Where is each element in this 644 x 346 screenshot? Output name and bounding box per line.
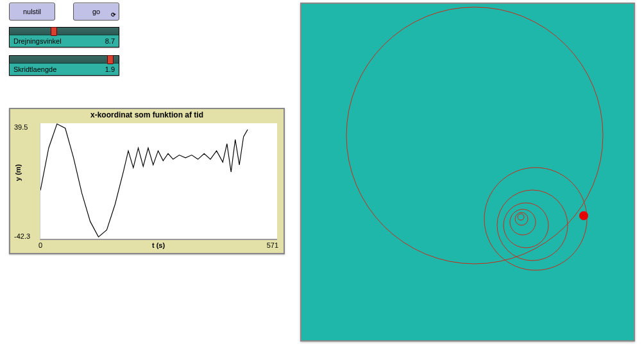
x-axis-row: 0 t (s) 571 xyxy=(38,241,278,249)
plot-title: x-koordinat som funktion af tid xyxy=(10,109,284,121)
trail-circle-7 xyxy=(518,214,524,220)
cycle-icon: ⟳ xyxy=(111,12,116,18)
world-svg xyxy=(301,4,634,340)
go-button-label: go xyxy=(92,8,100,15)
trail-circle-6 xyxy=(515,212,528,225)
angle-slider-value: 8.7 xyxy=(105,37,115,45)
angle-slider[interactable]: Drejningsvinkel 8.7 xyxy=(9,27,119,48)
x-axis-label: t (s) xyxy=(152,241,165,249)
angle-slider-track[interactable] xyxy=(10,28,119,35)
angle-slider-thumb[interactable] xyxy=(51,27,57,36)
button-row: nulstil go ⟳ xyxy=(9,3,285,21)
agent-dot xyxy=(579,211,588,220)
trail-circle-2 xyxy=(484,168,587,270)
plot-body: 39.5 -42.3 y (m) xyxy=(14,121,280,241)
x-axis-min: 0 xyxy=(38,241,42,249)
plot-line xyxy=(40,124,248,237)
trail-circle-1 xyxy=(346,7,603,264)
reset-button[interactable]: nulstil xyxy=(9,3,55,21)
step-slider[interactable]: Skridtlaengde 1.9 xyxy=(9,55,119,76)
y-axis-min: -42.3 xyxy=(14,232,30,240)
angle-slider-name: Drejningsvinkel xyxy=(13,37,62,45)
plot-panel: x-koordinat som funktion af tid 39.5 -42… xyxy=(9,108,285,254)
angle-slider-labelrow: Drejningsvinkel 8.7 xyxy=(10,35,119,47)
step-slider-thumb[interactable] xyxy=(107,55,114,64)
step-slider-name: Skridtlaengde xyxy=(13,65,56,73)
world-view xyxy=(300,3,635,342)
step-slider-value: 1.9 xyxy=(105,65,115,73)
plot-area xyxy=(40,123,277,240)
trail-circle-5 xyxy=(510,209,536,235)
y-axis-label: y (m) xyxy=(14,164,22,181)
x-axis-max: 571 xyxy=(267,241,278,249)
plot-svg xyxy=(40,123,277,239)
controls-panel: nulstil go ⟳ Drejningsvinkel 8.7 Skridtl… xyxy=(9,3,285,83)
go-button[interactable]: go ⟳ xyxy=(73,3,119,21)
y-axis-max: 39.5 xyxy=(14,123,28,131)
step-slider-track[interactable] xyxy=(10,56,119,64)
step-slider-labelrow: Skridtlaengde 1.9 xyxy=(10,64,119,75)
reset-button-label: nulstil xyxy=(23,8,41,15)
